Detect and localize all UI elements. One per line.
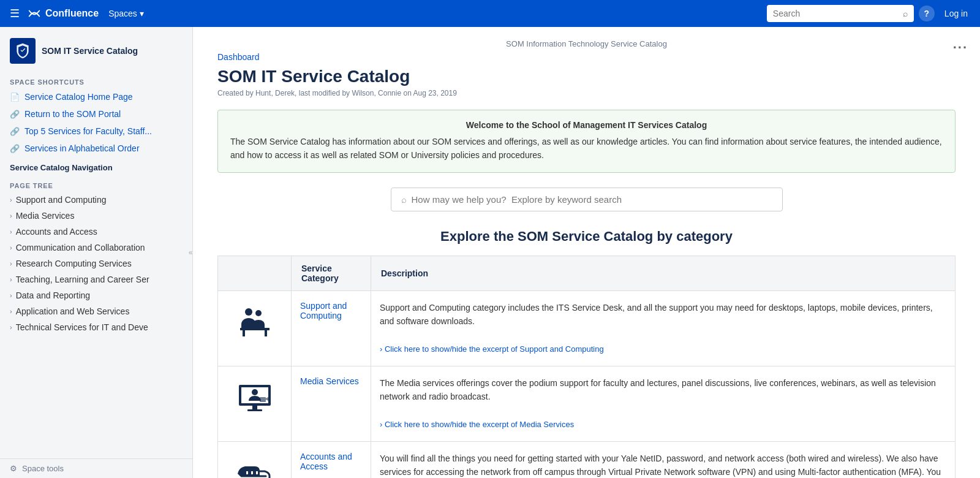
svg-rect-11 <box>260 397 266 402</box>
chevron-icon: › <box>10 244 12 251</box>
support-icon-cell <box>218 290 292 366</box>
link-icon-3: 🔗 <box>10 144 20 153</box>
search-icon-inner: ⌕ <box>401 194 407 205</box>
svg-rect-3 <box>240 328 270 330</box>
support-link[interactable]: Support and Computing <box>300 301 347 321</box>
accounts-link-cell: Accounts and Access <box>292 441 371 478</box>
page-meta: Created by Hunt, Derek, last modified by… <box>217 89 956 97</box>
sidebar-item-home[interactable]: 📄 Service Catalog Home Page <box>0 88 192 105</box>
sidebar-resize-handle[interactable] <box>189 27 192 478</box>
tree-item-support[interactable]: › Support and Computing <box>0 192 192 208</box>
accounts-desc-cell: You will find all the things you need fo… <box>371 441 956 478</box>
more-options-button[interactable]: ··· <box>953 40 968 56</box>
tree-item-media[interactable]: › Media Services <box>0 208 192 224</box>
support-expand-link[interactable]: Click here to show/hide the excerpt of S… <box>380 344 604 354</box>
support-desc-cell: Support and Computing category includes … <box>371 290 956 366</box>
login-button[interactable]: Log in <box>940 5 973 22</box>
top-navigation: ☰ Confluence Spaces ▾ ⌕ ? Log in <box>0 0 980 27</box>
tree-label: PAGE TREE <box>0 176 192 192</box>
link-icon-2: 🔗 <box>10 127 20 136</box>
confluence-logo[interactable]: Confluence <box>27 6 99 21</box>
main-layout: SOM IT Service Catalog SPACE SHORTCUTS 📄… <box>0 27 980 478</box>
shortcuts-label: SPACE SHORTCUTS <box>0 72 192 88</box>
table-row-accounts: Accounts and Access You will find all th… <box>218 441 956 478</box>
svg-point-8 <box>252 389 258 395</box>
accounts-icon-cell <box>218 441 292 478</box>
search-wrap: ⌕ <box>767 5 914 22</box>
sidebar-footer[interactable]: ⚙ Space tools <box>0 458 192 478</box>
tree-item-accounts[interactable]: › Accounts and Access <box>0 224 192 240</box>
col-icon-header <box>218 256 292 290</box>
catalog-table: Service Category Description <box>217 256 956 478</box>
sidebar-item-alpha[interactable]: 🔗 Services in Alphabetical Order <box>0 140 192 157</box>
sidebar-header: SOM IT Service Catalog <box>0 27 192 72</box>
page-title-area: SOM IT Service Catalog Created by Hunt, … <box>217 67 956 97</box>
welcome-title: Welcome to the School of Management IT S… <box>230 120 943 130</box>
svg-point-1 <box>245 308 252 316</box>
space-icon <box>10 38 36 64</box>
media-link-cell: Media Services <box>292 366 371 441</box>
svg-rect-0 <box>27 6 42 21</box>
space-header: SOM Information Technology Service Catal… <box>217 39 956 48</box>
chevron-icon: › <box>10 292 12 299</box>
chevron-icon: › <box>10 228 12 235</box>
help-button[interactable]: ? <box>919 6 935 21</box>
main-content: SOM Information Technology Service Catal… <box>193 27 980 478</box>
explore-title: Explore the SOM Service Catalog by categ… <box>217 229 956 245</box>
media-icon-cell <box>218 366 292 441</box>
svg-rect-9 <box>252 406 257 409</box>
chevron-icon: › <box>10 276 12 283</box>
main-search-input[interactable] <box>412 194 772 205</box>
link-icon: 🔗 <box>10 110 20 119</box>
svg-rect-14 <box>251 471 253 474</box>
main-search-wrap: ⌕ <box>217 188 956 211</box>
chevron-icon: › <box>10 196 12 203</box>
svg-point-2 <box>255 310 262 316</box>
svg-rect-13 <box>246 471 248 474</box>
tree-item-app[interactable]: › Application and Web Services <box>0 303 192 319</box>
search-icon: ⌕ <box>903 9 908 18</box>
gear-icon: ⚙ <box>10 464 17 473</box>
tree-item-research[interactable]: › Research Computing Services <box>0 256 192 271</box>
chevron-icon: › <box>10 308 12 315</box>
welcome-box: Welcome to the School of Management IT S… <box>217 110 956 173</box>
tree-item-teaching[interactable]: › Teaching, Learning and Career Ser <box>0 271 192 287</box>
tree-item-comms[interactable]: › Communication and Collaboration <box>0 240 192 256</box>
page-title: SOM IT Service Catalog <box>217 67 956 86</box>
media-expand-link[interactable]: Click here to show/hide the excerpt of M… <box>380 420 574 429</box>
search-input[interactable] <box>767 5 914 22</box>
chevron-icon: › <box>10 324 12 331</box>
media-desc-cell: The Media services offerings cover the p… <box>371 366 956 441</box>
breadcrumb[interactable]: Dashboard <box>217 52 956 62</box>
table-row-media: Media Services The Media services offeri… <box>218 366 956 441</box>
svg-rect-4 <box>243 330 245 336</box>
svg-rect-10 <box>247 409 262 411</box>
sidebar-item-return[interactable]: 🔗 Return to the SOM Portal <box>0 105 192 123</box>
chevron-icon: › <box>10 212 12 219</box>
svg-rect-5 <box>265 330 267 336</box>
spaces-button[interactable]: Spaces ▾ <box>104 5 149 22</box>
accounts-link[interactable]: Accounts and Access <box>300 452 352 471</box>
hamburger-menu[interactable]: ☰ <box>7 4 22 23</box>
support-link-cell: Support and Computing <box>292 290 371 366</box>
svg-rect-15 <box>256 471 258 474</box>
media-link[interactable]: Media Services <box>300 376 359 386</box>
tree-item-tech[interactable]: › Technical Services for IT and Deve <box>0 319 192 335</box>
space-title: SOM IT Service Catalog <box>42 46 138 56</box>
page-icon: 📄 <box>10 93 20 102</box>
sidebar: SOM IT Service Catalog SPACE SHORTCUTS 📄… <box>0 27 193 478</box>
nav-title: Service Catalog Navigation <box>0 157 192 176</box>
col-description-header: Description <box>371 256 956 290</box>
main-search-bar: ⌕ <box>391 188 783 211</box>
col-category-header: Service Category <box>292 256 371 290</box>
table-row-support: Support and Computing Support and Comput… <box>218 290 956 366</box>
tree-item-data[interactable]: › Data and Reporting <box>0 287 192 303</box>
chevron-icon: › <box>10 260 12 267</box>
welcome-body: The SOM Service Catalog has information … <box>230 135 943 162</box>
sidebar-item-top5[interactable]: 🔗 Top 5 Services for Faculty, Staff... <box>0 123 192 140</box>
